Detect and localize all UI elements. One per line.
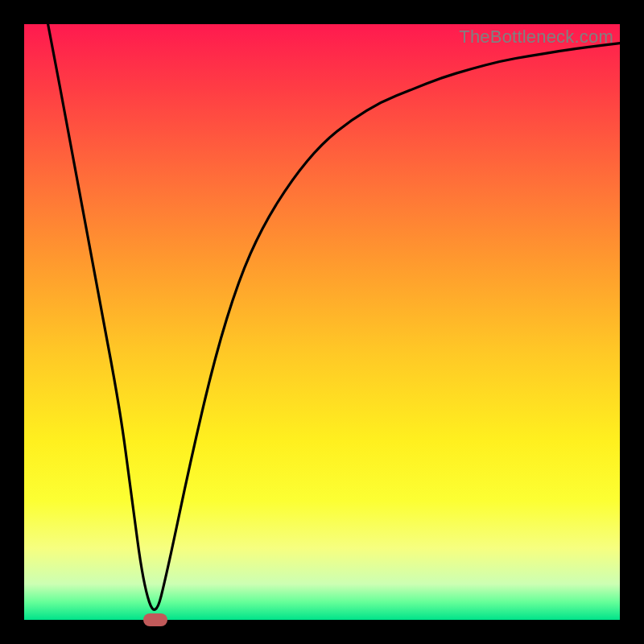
bottleneck-curve (24, 24, 620, 620)
minimum-marker (143, 613, 167, 626)
chart-frame: TheBottleneck.com (0, 0, 644, 644)
curve-path (48, 24, 620, 609)
plot-area: TheBottleneck.com (24, 24, 620, 620)
